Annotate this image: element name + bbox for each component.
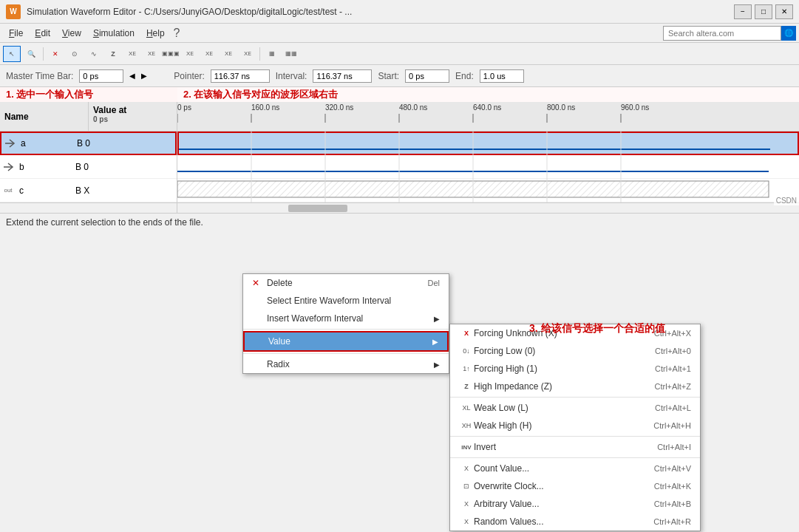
signal-b-value: B 0 <box>75 162 89 172</box>
forcing-high-icon: 1↑ <box>459 365 474 372</box>
svg-rect-12 <box>177 181 769 197</box>
start-label: Start: <box>378 71 399 81</box>
forcing-low-icon: 0↓ <box>459 347 474 355</box>
watermark: CSDN <box>774 196 799 205</box>
waveform-row-c[interactable] <box>177 179 799 202</box>
toolbar-separator-2 <box>259 47 260 61</box>
start-input[interactable] <box>405 69 449 83</box>
context-delete[interactable]: ✕ Delete Del <box>243 274 449 292</box>
time-prev-button[interactable]: ◀ <box>129 72 135 80</box>
search-input[interactable] <box>663 26 781 41</box>
invert-icon: INV <box>459 444 474 451</box>
weak-low-icon: XL <box>459 404 474 412</box>
minimize-button[interactable]: − <box>734 4 752 19</box>
signal-a-icon <box>1 138 18 149</box>
menu-simulation[interactable]: Simulation <box>87 27 140 40</box>
context-radix[interactable]: Radix ▶ <box>243 355 449 373</box>
xe1-button[interactable]: XE <box>123 46 141 62</box>
xe5-button[interactable]: XE <box>220 46 237 62</box>
signal-b-icon <box>0 162 16 172</box>
main-area: 1. 选中一个输入信号 2. 在该输入信号对应的波形区域右击 Name Valu… <box>0 87 799 213</box>
count-value-icon: X <box>459 465 474 472</box>
submenu-forcing-low[interactable]: 0↓ Forcing Low (0) Ctrl+Alt+0 <box>450 342 700 360</box>
context-separator-1 <box>243 329 449 330</box>
insert-waveform-arrow: ▶ <box>434 315 440 323</box>
snap-button[interactable]: ⊙ <box>66 46 84 62</box>
right-scrollbar-area <box>177 203 799 213</box>
submenu-arbitrary-value[interactable]: X Arbitrary Value... Ctrl+Alt+B <box>450 495 700 513</box>
z-button[interactable]: Z <box>104 46 122 62</box>
delete-button[interactable]: ✕ <box>47 46 64 62</box>
random-values-icon: X <box>459 518 474 525</box>
view1-button[interactable]: ▦ <box>263 46 281 62</box>
submenu-forcing-unknown[interactable]: X Forcing Unknown (X) Ctrl+Alt+X <box>450 324 700 342</box>
signal-panel-header: Name Value at 0 ps <box>0 102 177 131</box>
submenu-random-values[interactable]: X Random Values... Ctrl+Alt+R <box>450 513 700 531</box>
zoom-button[interactable]: 🔍 <box>22 46 40 62</box>
signal-b-name: b <box>16 162 75 172</box>
submenu-overwrite-clock[interactable]: ⊡ Overwrite Clock... Ctrl+Alt+K <box>450 477 700 495</box>
timescale-header: 0 ps 160.0 ns 320.0 ns 480.0 ns 640.0 ns… <box>177 102 799 131</box>
grid-button[interactable]: ▣▣▣ <box>162 46 180 62</box>
context-select-entire[interactable]: Select Entire Waveform Interval <box>243 292 449 310</box>
overwrite-clock-icon: ⊡ <box>459 482 474 490</box>
signal-row-c[interactable]: out c B X <box>0 179 177 202</box>
submenu-invert[interactable]: INV Invert Ctrl+Alt+I <box>450 438 700 456</box>
signal-row-a[interactable]: a B 0 <box>0 132 177 155</box>
left-scrollbar-area <box>0 203 177 213</box>
maximize-button[interactable]: □ <box>755 4 772 19</box>
menu-help[interactable]: Help <box>140 27 171 40</box>
title-controls: − □ ✕ <box>734 4 793 19</box>
end-input[interactable] <box>480 69 524 83</box>
value-column-header: Value at 0 ps <box>89 102 131 131</box>
app-icon: W <box>6 4 21 19</box>
view2-button[interactable]: ▦▦ <box>282 46 300 62</box>
submenu-high-impedance[interactable]: Z High Impedance (Z) Ctrl+Alt+Z <box>450 378 700 395</box>
signal-c-value: B X <box>75 185 89 196</box>
submenu-count-value[interactable]: X Count Value... Ctrl+Alt+V <box>450 460 700 477</box>
xe6-button[interactable]: XE <box>239 46 256 62</box>
scrollbar-thumb[interactable] <box>288 205 347 212</box>
interval-label: Interval: <box>276 71 307 81</box>
menu-view[interactable]: View <box>56 27 87 40</box>
select-tool-button[interactable]: ↖ <box>3 46 21 62</box>
waveform-row-b[interactable] <box>177 155 799 179</box>
context-menu: ✕ Delete Del Select Entire Waveform Inte… <box>242 273 449 374</box>
xe4-button[interactable]: XE <box>200 46 218 62</box>
submenu-separator-1 <box>450 397 700 398</box>
signal-waveform-area: a B 0 b B 0 out c B X <box>0 132 799 202</box>
menu-search: 🌐 <box>663 26 796 41</box>
weak-high-icon: XH <box>459 422 474 429</box>
globe-icon[interactable]: 🌐 <box>781 26 796 41</box>
close-button[interactable]: ✕ <box>775 4 793 19</box>
title-bar: W Simulation Waveform Editor - C:/Users/… <box>0 0 799 24</box>
context-insert-waveform[interactable]: Insert Waveform Interval ▶ <box>243 310 449 327</box>
interval-input[interactable] <box>313 69 372 83</box>
waveform-row-a[interactable] <box>177 132 799 155</box>
master-time-label: Master Time Bar: <box>6 71 73 81</box>
end-label: End: <box>455 71 474 81</box>
help-icon: ? <box>174 27 180 40</box>
master-time-input[interactable] <box>79 69 123 83</box>
wave-button[interactable]: ∿ <box>85 46 103 62</box>
submenu-weak-low[interactable]: XL Weak Low (L) Ctrl+Alt+L <box>450 399 700 417</box>
waveform-display[interactable] <box>177 132 799 202</box>
pointer-input[interactable] <box>211 69 270 83</box>
menu-file[interactable]: File <box>3 27 29 40</box>
submenu-weak-high[interactable]: XH Weak High (H) Ctrl+Alt+H <box>450 417 700 434</box>
xe2-button[interactable]: XE <box>143 46 160 62</box>
column-header: Name Value at 0 ps 0 ps 160.0 ns 320.0 n… <box>0 102 799 132</box>
time-next-button[interactable]: ▶ <box>141 72 147 80</box>
menu-edit[interactable]: Edit <box>29 27 56 40</box>
forcing-unknown-icon: X <box>459 330 474 337</box>
status-text: Extend the current selection to the ends… <box>6 217 203 228</box>
context-value[interactable]: Value ▶ <box>243 331 449 352</box>
signal-c-name: c <box>16 185 75 196</box>
signal-row-b[interactable]: b B 0 <box>0 155 177 179</box>
xe3-button[interactable]: XE <box>181 46 199 62</box>
submenu-forcing-high[interactable]: 1↑ Forcing High (1) Ctrl+Alt+1 <box>450 360 700 378</box>
horizontal-scrollbar[interactable] <box>0 202 799 213</box>
delete-icon: ✕ <box>252 278 267 288</box>
arbitrary-value-icon: X <box>459 500 474 508</box>
value-submenu: X Forcing Unknown (X) Ctrl+Alt+X 0↓ Forc… <box>449 324 701 531</box>
